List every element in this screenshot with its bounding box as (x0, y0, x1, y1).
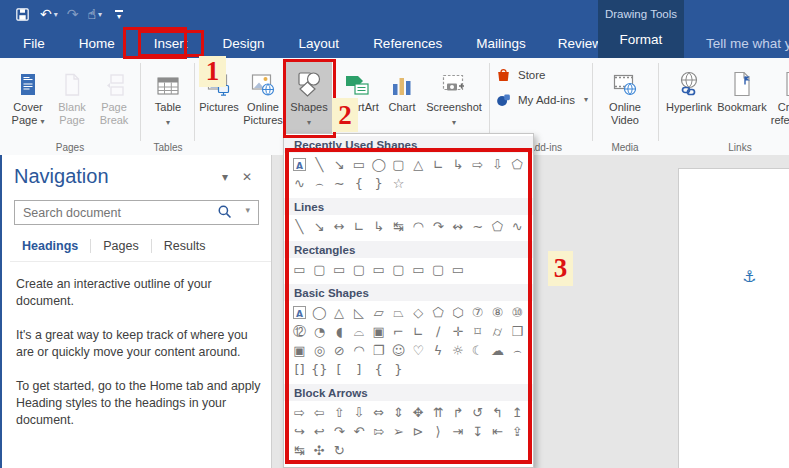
shape-cross[interactable]: ✛ (448, 322, 467, 341)
shape-dodecagon[interactable]: ⑫ (290, 322, 309, 341)
shape-round-same-side-corner-rectangle[interactable]: ▢ (429, 260, 448, 279)
nav-tab-headings[interactable]: Headings (10, 239, 90, 253)
online-video-button[interactable]: OnlineVideo (600, 60, 650, 150)
shape-round-diagonal-corner-rectangle[interactable]: ▭ (448, 260, 467, 279)
shape-snip-and-round-single-corner-rectangle[interactable]: ▢ (389, 260, 408, 279)
shape-down-arrow-callout[interactable]: ↧ (468, 422, 487, 441)
tab-layout[interactable]: Layout (290, 31, 349, 56)
shape-l-shape[interactable]: ∟ (409, 322, 428, 341)
shape-rectangle[interactable]: ▭ (349, 155, 368, 174)
shape-line[interactable]: ╲ (290, 217, 309, 236)
shape-curved-connector[interactable]: ◠ (409, 217, 428, 236)
shape-curved-up-arrow[interactable]: ↶ (349, 422, 368, 441)
shape-regular-pentagon[interactable]: ⬠ (429, 303, 448, 322)
store-button[interactable]: Store (495, 66, 588, 83)
touch-caret-icon[interactable]: ▾ (98, 10, 102, 19)
shape-right-arrow[interactable]: ⇨ (468, 155, 487, 174)
shape-heptagon[interactable]: ⑦ (468, 303, 487, 322)
navigation-close-icon[interactable]: ✕ (235, 170, 259, 184)
shape-sun[interactable]: ☼ (448, 341, 467, 360)
shape-striped-right-arrow[interactable]: ⇰ (369, 422, 388, 441)
shape-star-5-point[interactable]: ☆ (389, 174, 408, 193)
shape-donut[interactable]: ◎ (310, 341, 329, 360)
shape-left-up-arrow[interactable]: ↰ (488, 403, 507, 422)
shape-up-down-arrow[interactable]: ⇕ (389, 403, 408, 422)
shape-half-frame[interactable]: ⌐ (389, 322, 408, 341)
shape-folded-corner[interactable]: ❐ (369, 341, 388, 360)
shape-left-right-up-arrow[interactable]: ⇈ (429, 403, 448, 422)
shape-down-arrow[interactable]: ⇩ (349, 403, 368, 422)
shape-cloud[interactable]: ☁ (488, 341, 507, 360)
shape-freeform[interactable]: ⬠ (508, 155, 527, 174)
shape-right-triangle[interactable]: ◺ (349, 303, 368, 322)
shape-chevron[interactable]: ⟩ (429, 422, 448, 441)
search-icon[interactable] (217, 204, 232, 219)
cover-page-button[interactable]: Cover Page ▾ (4, 60, 52, 150)
shape-text-box[interactable]: A (290, 155, 309, 174)
shape-scribble[interactable]: ∿ (290, 174, 309, 193)
shape-snip-diagonal-corner-rectangle[interactable]: ▭ (369, 260, 388, 279)
shape-trapezoid[interactable]: ⏢ (389, 303, 408, 322)
search-options-caret[interactable]: ▾ (245, 205, 250, 215)
shape-right-brace[interactable]: } (369, 174, 388, 193)
shape-arc[interactable]: ⌢ (508, 341, 527, 360)
shape-line-arrow-double[interactable]: ↔ (330, 217, 349, 236)
undo-button[interactable]: ↶ ▾ (40, 6, 58, 22)
shape-bent-arrow[interactable]: ↱ (448, 403, 467, 422)
shape-pie[interactable]: ◔ (310, 322, 329, 341)
shape-oval[interactable]: ◯ (310, 303, 329, 322)
shape-notched-right-arrow[interactable]: ➢ (389, 422, 408, 441)
shape-oval[interactable]: ◯ (369, 155, 388, 174)
shape-arc[interactable]: ⌢ (310, 174, 329, 193)
shape-rectangle[interactable]: ▭ (290, 260, 309, 279)
tab-format[interactable]: Format (598, 32, 684, 47)
shape-octagon[interactable]: ⑧ (488, 303, 507, 322)
shape-u-turn-arrow[interactable]: ↺ (468, 403, 487, 422)
document-page[interactable]: ⚓ (678, 168, 789, 468)
shape-scribble[interactable]: ∿ (508, 217, 527, 236)
shape-block-arc[interactable]: ◠ (349, 341, 368, 360)
shape-heart[interactable]: ♡ (409, 341, 428, 360)
shape-down-arrow[interactable]: ⇩ (488, 155, 507, 174)
bookmark-button[interactable]: Bookmark (716, 60, 768, 150)
shape-cube[interactable]: ❒ (508, 322, 527, 341)
shape-chord[interactable]: ◖ (330, 322, 349, 341)
shape-rounded-rectangle[interactable]: ▢ (310, 260, 329, 279)
shape-right-arrow-callout[interactable]: ⇥ (448, 422, 467, 441)
customize-qat-button[interactable]: ▾ (115, 10, 123, 19)
undo-caret-icon[interactable]: ▾ (54, 10, 58, 19)
shape-left-right-arrow-callout[interactable]: ↹ (290, 441, 309, 460)
shape-curved-right-arrow[interactable]: ↪ (290, 422, 309, 441)
shape-snip-single-corner-rectangle[interactable]: ▭ (330, 260, 349, 279)
shape-up-arrow[interactable]: ⇧ (330, 403, 349, 422)
shape-line-arrow[interactable]: ↘ (310, 217, 329, 236)
shape-plaque[interactable]: ⌑ (468, 322, 487, 341)
shape-moon[interactable]: ☾ (468, 341, 487, 360)
shape-curved-left-arrow[interactable]: ↩ (310, 422, 329, 441)
shape-right-brace[interactable]: } (389, 360, 408, 379)
tab-home[interactable]: Home (70, 31, 124, 56)
tab-mailings[interactable]: Mailings (467, 31, 535, 56)
tell-me-box[interactable]: Tell me what you want to do (700, 28, 789, 58)
shape-left-bracket[interactable]: [ (330, 360, 349, 379)
shape-left-brace[interactable]: { (349, 174, 368, 193)
shape-left-brace[interactable]: { (369, 360, 388, 379)
my-addins-button[interactable]: My Add-ins ▾ (495, 91, 588, 108)
shape-no-symbol[interactable]: ⊘ (330, 341, 349, 360)
shape-frame[interactable]: ▣ (369, 322, 388, 341)
shape-parallelogram[interactable]: ▱ (369, 303, 388, 322)
shape-diamond[interactable]: ◇ (409, 303, 428, 322)
online-pictures-button[interactable]: OnlinePictures (240, 60, 286, 150)
shape-pentagon-arrow[interactable]: ⊳ (409, 422, 428, 441)
shape-quad-arrow-callout[interactable]: ✣ (310, 441, 329, 460)
shape-elbow-connector[interactable]: ∟ (429, 155, 448, 174)
search-input[interactable] (21, 201, 205, 224)
shape-diagonal-stripe[interactable]: ∕ (429, 322, 448, 341)
shape-teardrop[interactable]: ⌓ (349, 322, 368, 341)
shape-isosceles-triangle[interactable]: △ (330, 303, 349, 322)
shape-elbow-connector[interactable]: ∟ (349, 217, 368, 236)
shape-curved-double-arrow-connector[interactable]: ↭ (448, 217, 467, 236)
tab-file[interactable]: File (14, 31, 54, 56)
shape-smiley-face[interactable]: ☺ (389, 341, 408, 360)
shape-rounded-rectangle[interactable]: ▢ (389, 155, 408, 174)
